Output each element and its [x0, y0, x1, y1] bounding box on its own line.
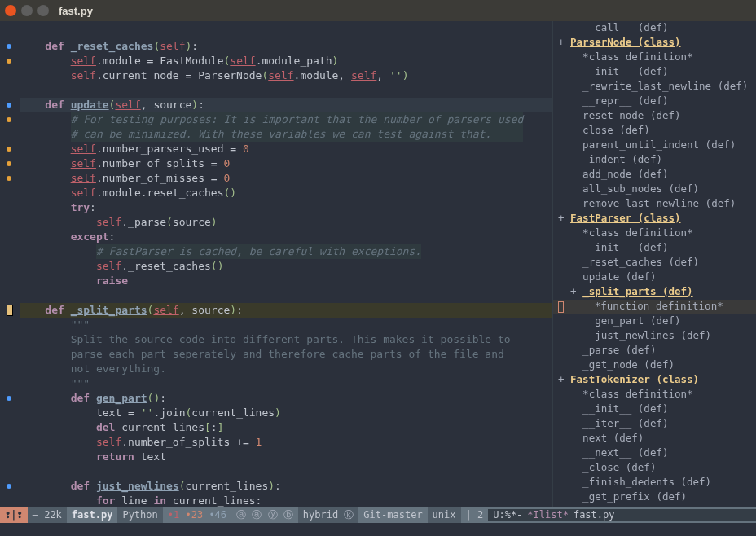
code-line[interactable]: self.number_of_splits += 1	[20, 435, 552, 450]
gutter-mark	[0, 362, 18, 376]
code-line[interactable]: for line in current_lines:	[20, 494, 552, 507]
gutter-mark	[0, 332, 18, 347]
gutter-mark	[0, 347, 18, 362]
outline-item[interactable]: __init__ (def)	[553, 241, 756, 256]
code-line[interactable]: text = ''.join(current_lines)	[20, 406, 552, 420]
outline-item[interactable]: _get_prefix (def)	[553, 490, 756, 505]
maximize-icon[interactable]	[37, 5, 49, 16]
outline-item[interactable]: gen_part (def)	[553, 314, 756, 329]
outline-item[interactable]: __init__ (def)	[553, 65, 756, 80]
code-line[interactable]	[20, 24, 552, 39]
code-line[interactable]: self._parse(source)	[20, 215, 552, 230]
code-line[interactable]: self.number_parsers_used = 0	[20, 142, 552, 156]
code-line[interactable]: def gen_part():	[20, 391, 552, 406]
outline-item[interactable]: _close (def)	[553, 461, 756, 476]
outline-item[interactable]: __next__ (def)	[553, 446, 756, 461]
gutter-mark	[0, 156, 18, 171]
code-line[interactable]: self.module = FastModule(self.module_pat…	[20, 54, 552, 68]
code-line[interactable]: del current_lines[:]	[20, 420, 552, 435]
outline-item[interactable]: next (def)	[553, 432, 756, 446]
code-line[interactable]	[20, 83, 552, 98]
code-line[interactable]: self.current_node = ParserNode(self.modu…	[20, 68, 552, 83]
code-line[interactable]: not everything.	[20, 362, 552, 376]
gutter-mark	[0, 494, 18, 507]
gutter-mark	[0, 288, 18, 303]
outline-item[interactable]: __init__ (def)	[553, 402, 756, 417]
outline-pane[interactable]: __call__ (def)+ ParserNode (class) *clas…	[552, 21, 756, 507]
gutter-mark	[0, 171, 18, 186]
code-line[interactable]: # FastParser is cached, be careful with …	[20, 244, 552, 259]
outline-item[interactable]: *class definition*	[553, 51, 756, 65]
outline-item[interactable]: parent_until_indent (def)	[553, 138, 756, 153]
code-line[interactable]: """	[20, 318, 552, 332]
outline-item[interactable]: *class definition*	[553, 226, 756, 241]
code-line[interactable]: except:	[20, 230, 552, 244]
code-line[interactable]: """	[20, 376, 552, 391]
gutter-mark	[0, 303, 18, 318]
code-line[interactable]: self._reset_caches()	[20, 259, 552, 274]
window-title: fast.py	[59, 5, 93, 17]
code-line[interactable]: # For testing purposes: It is important …	[20, 112, 552, 127]
code[interactable]: def _reset_caches(self): self.module = F…	[18, 21, 552, 507]
gutter-mark	[0, 376, 18, 391]
outline-item[interactable]: __call__ (def)	[553, 21, 756, 36]
outline-item[interactable]: _rewrite_last_newline (def)	[553, 80, 756, 94]
code-line[interactable]: self.module.reset_caches()	[20, 186, 552, 200]
outline-item[interactable]: close (def)	[553, 124, 756, 138]
code-line[interactable]: self.number_of_splits = 0	[20, 156, 552, 171]
code-line[interactable]: def just_newlines(current_lines):	[20, 479, 552, 494]
code-line[interactable]: raise	[20, 274, 552, 288]
outline-item[interactable]: __iter__ (def)	[553, 417, 756, 432]
minibuffer[interactable]	[0, 523, 756, 536]
outline-item[interactable]: remove_last_newline (def)	[553, 197, 756, 212]
outline-item[interactable]: add_node (def)	[553, 168, 756, 182]
outline-item[interactable]: *class definition*	[553, 388, 756, 402]
gutter-mark	[0, 479, 18, 494]
sb-unix: unix	[428, 507, 461, 523]
gutter-mark	[0, 54, 18, 68]
code-line[interactable]: def _reset_caches(self):	[20, 39, 552, 54]
code-line[interactable]: parse each part seperately and therefore…	[20, 347, 552, 362]
close-icon[interactable]	[5, 5, 16, 16]
code-line[interactable]	[20, 464, 552, 479]
outline-item[interactable]: + _split_parts (def)	[553, 285, 756, 300]
minimize-icon[interactable]	[21, 5, 33, 16]
gutter-mark	[0, 24, 18, 39]
gutter-mark	[0, 406, 18, 420]
outline-item[interactable]: + ParserNode (class)	[553, 36, 756, 51]
gutter-mark	[0, 127, 18, 142]
outline-item[interactable]: _reset_caches (def)	[553, 256, 756, 270]
code-line[interactable]: return text	[20, 450, 552, 464]
outline-item[interactable]: _get_node (def)	[553, 358, 756, 373]
code-line[interactable]: Split the source code into different par…	[20, 332, 552, 347]
gutter-mark	[0, 244, 18, 259]
sb-pos: | 2	[461, 507, 489, 523]
outline-item[interactable]: + FastParser (class)	[553, 212, 756, 226]
outline-item[interactable]: _indent (def)	[553, 153, 756, 168]
outline-item[interactable]: update (def)	[553, 270, 756, 285]
gutter-mark	[0, 68, 18, 83]
sb-badge: ❢|❢	[0, 507, 28, 523]
outline-item[interactable]: _parse (def)	[553, 344, 756, 358]
gutter-mark	[0, 464, 18, 479]
outline-item[interactable]: __repr__ (def)	[553, 94, 756, 109]
outline-item[interactable]: just_newlines (def)	[553, 329, 756, 344]
outline-item[interactable]: _finish_dedents (def)	[553, 476, 756, 490]
code-line[interactable]: def update(self, source):	[20, 98, 552, 112]
code-line[interactable]: self.number_of_misses = 0	[20, 171, 552, 186]
code-line[interactable]: try:	[20, 200, 552, 215]
gutter-mark	[0, 450, 18, 464]
code-line[interactable]	[20, 288, 552, 303]
outline-item[interactable]: reset_node (def)	[553, 109, 756, 124]
outline-item[interactable]: all_sub_nodes (def)	[553, 182, 756, 197]
outline-item[interactable]: *function definition*	[553, 300, 756, 314]
gutter-mark	[0, 98, 18, 112]
sb-hybrid: hybrid ⓚ	[298, 507, 359, 523]
sb-file: fast.py	[67, 507, 118, 523]
code-line[interactable]: # can be minimized. With these variables…	[20, 127, 552, 142]
outline-item[interactable]: + FastTokenizer (class)	[553, 373, 756, 388]
code-line[interactable]: def _split_parts(self, source):	[20, 303, 552, 318]
editor-pane[interactable]: def _reset_caches(self): self.module = F…	[0, 21, 552, 507]
sb-git: Git-master	[358, 507, 427, 523]
titlebar: fast.py	[0, 0, 756, 21]
